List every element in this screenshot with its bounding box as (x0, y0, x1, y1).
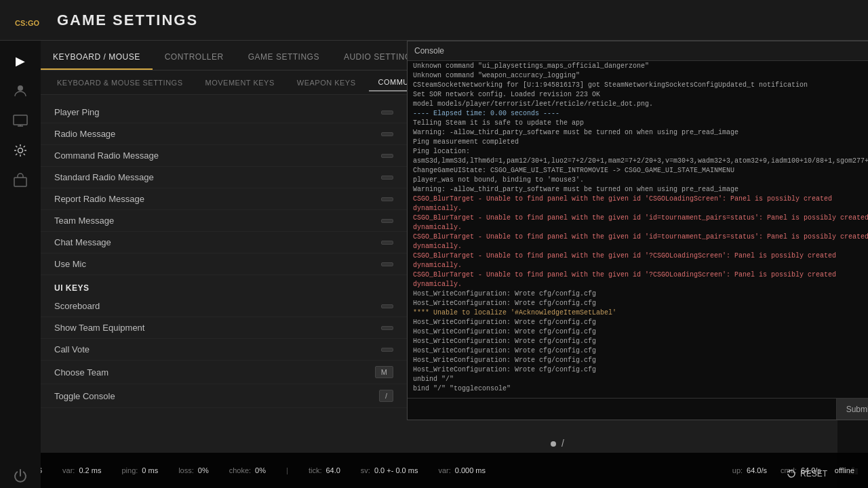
list-item-standard-radio[interactable]: Standard Radio Message (41, 167, 407, 188)
reset-button[interactable]: RESET (787, 469, 827, 479)
console-input-bar: Submit (408, 398, 868, 420)
csgo-logo: CS:GO (11, 4, 43, 37)
list-item-team-message[interactable]: Team Message (41, 210, 407, 232)
tab-keyboard-mouse[interactable]: Keyboard / Mouse (41, 45, 153, 70)
power-button[interactable] (8, 464, 33, 488)
sidebar-item-inventory[interactable] (7, 167, 34, 194)
choke-stat: choke: 0% (229, 466, 266, 474)
sidebar-item-profile[interactable] (7, 77, 34, 104)
console-title-bar: Console × (408, 41, 868, 61)
bottom-hud: fps: 116 var: 0.2 ms ping: 0 ms loss: 0%… (0, 453, 868, 488)
tab-controller[interactable]: Controller (153, 45, 236, 70)
status-badge: offline (835, 466, 854, 474)
console-input[interactable] (408, 399, 836, 420)
console-submit-button[interactable]: Submit (836, 399, 868, 420)
ping-stat: ping: 0 ms (121, 466, 158, 474)
console-output[interactable]: Unknown command "joy_lookspin_default"Un… (408, 61, 868, 398)
tab-game-settings[interactable]: Game Settings (236, 45, 332, 70)
sidebar-item-watch[interactable] (7, 107, 34, 134)
ui-keys-header: UI Keys (41, 275, 407, 296)
svg-text:CS:GO: CS:GO (15, 19, 40, 27)
up-stat: up: 64.0/s (732, 466, 767, 474)
list-item-chat-message[interactable]: Chat Message (41, 232, 407, 253)
sub-tab-weapon[interactable]: Weapon Keys (288, 75, 366, 91)
console-panel: Console × Unknown command "joy_lookspin_… (407, 41, 868, 420)
main-content: Keyboard / Mouse Controller Game Setting… (41, 41, 868, 488)
page-title: GAME SETTINGS (57, 12, 198, 29)
sidebar-item-settings[interactable] (7, 137, 34, 164)
list-item-player-ping[interactable]: Player Ping (41, 102, 407, 123)
list-item-show-team-equipment[interactable]: Show Team Equipment (41, 317, 407, 339)
sub-tab-keyboard-mouse[interactable]: Keyboard & Mouse Settings (47, 75, 192, 91)
list-item-report-radio[interactable]: Report Radio Message (41, 188, 407, 210)
list-item-choose-team[interactable]: Choose Team M (41, 361, 407, 384)
svg-point-2 (18, 85, 23, 91)
sv-stat: sv: 0.0 +- 0.0 ms (361, 466, 418, 474)
var2-stat: var: 0.000 ms (438, 466, 486, 474)
top-bar: CS:GO GAME SETTINGS (0, 0, 868, 41)
tick-stat: tick: 64.0 (309, 466, 340, 474)
list-item-radio-message[interactable]: Radio Message (41, 123, 407, 145)
sidebar-item-play[interactable]: ▶ (7, 47, 34, 75)
list-item-toggle-console[interactable]: Toggle Console / (41, 384, 407, 408)
list-item-use-mic[interactable]: Use Mic (41, 253, 407, 275)
svg-rect-5 (14, 178, 26, 186)
console-title: Console (414, 46, 444, 56)
svg-point-4 (18, 148, 23, 153)
list-item-command-radio[interactable]: Command Radio Message (41, 145, 407, 167)
svg-rect-3 (14, 115, 27, 125)
list-item-scoreboard[interactable]: Scoreboard (41, 296, 407, 317)
var-stat: var: 0.2 ms (62, 466, 101, 474)
sub-tab-movement[interactable]: Movement Keys (195, 75, 283, 91)
list-item-call-vote[interactable]: Call Vote (41, 339, 407, 361)
settings-area: Player Ping Radio Message Command Radio … (41, 95, 407, 488)
left-sidebar: ▶ (0, 41, 41, 488)
loss-stat: loss: 0% (178, 466, 209, 474)
